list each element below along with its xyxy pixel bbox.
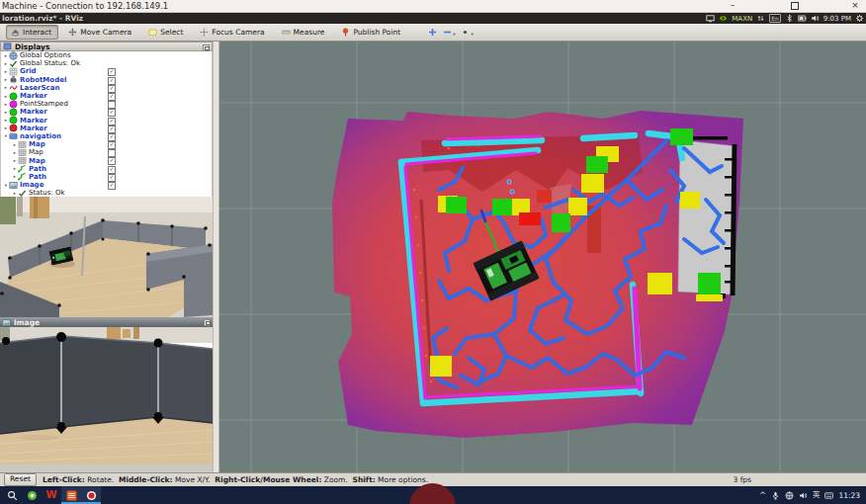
close-icon[interactable]: × <box>848 0 862 12</box>
3d-viewport[interactable] <box>219 42 866 472</box>
search-icon[interactable] <box>2 486 22 504</box>
wps-icon[interactable]: W <box>42 486 61 504</box>
frontier-marker-green <box>586 156 608 173</box>
frontier-marker-red <box>519 212 541 225</box>
display-item-navigation[interactable]: ▾navigation✓ <box>1 132 212 140</box>
display-item-global-status-ok[interactable]: ▸Global Status: Ok <box>1 59 212 67</box>
display-item-path[interactable]: ▸Path✓ <box>1 165 212 173</box>
speaker-white-icon[interactable] <box>799 491 808 500</box>
frontier-marker-green <box>698 273 721 294</box>
maximize-icon[interactable] <box>788 0 802 12</box>
display-item-path[interactable]: ▸Path✓ <box>1 173 212 181</box>
tool-properties-button[interactable]: ▾ <box>459 27 475 38</box>
tool-select[interactable]: Select <box>143 25 190 40</box>
panel-clock[interactable]: 9:03 PM <box>823 15 851 23</box>
reset-button[interactable]: Reset <box>4 473 37 486</box>
green-app-icon[interactable] <box>22 486 42 504</box>
rviz-toolbar: InteractMove CameraSelectFocus CameraMea… <box>0 24 866 42</box>
focus-camera-icon <box>200 28 209 37</box>
fps-counter: 3 fps <box>734 475 751 484</box>
displays-tree: ▸Global Options▸Global Status: Ok▸Grid✓▸… <box>0 51 213 197</box>
remove-tool-button[interactable]: ▾ <box>441 27 457 38</box>
image-panel-title: Image <box>14 318 40 327</box>
tool-measure[interactable]: Measure <box>277 25 332 40</box>
panel-bottom-strip <box>0 464 213 472</box>
file-grid-icon[interactable] <box>61 486 81 504</box>
image-panel-header[interactable]: Image <box>0 317 213 327</box>
left-panel: Displays ▸Global Options▸Global Status: … <box>0 42 213 472</box>
display-item-marker[interactable]: ▸Marker✓ <box>1 108 212 116</box>
publish-point-icon <box>341 28 350 37</box>
taskbar-clock[interactable]: 11:23 <box>838 491 860 500</box>
speaker-icon[interactable] <box>811 14 820 23</box>
keyboard-icon[interactable] <box>824 491 833 500</box>
mouse-help-text: Left-Click: Rotate. Middle-Click: Move X… <box>43 475 428 484</box>
select-box-icon <box>148 28 157 37</box>
frontier-marker-yellow <box>696 294 723 301</box>
record-icon[interactable] <box>81 486 101 504</box>
remote-window-titlebar: Machine - Connection to 192.168.149.1 – … <box>0 0 866 13</box>
frontier-marker-yellow <box>680 192 700 209</box>
interact-hand-icon <box>11 28 20 37</box>
frontier-marker-yellow <box>648 273 672 294</box>
display-item-laserscan[interactable]: ▸LaserScan✓ <box>1 84 212 92</box>
display-item-map[interactable]: ▸Map✓ <box>1 156 212 164</box>
panel-detach-button[interactable] <box>204 319 211 326</box>
add-tool-button[interactable] <box>426 27 439 38</box>
frontier-marker-yellow <box>568 198 587 215</box>
frontier-marker-green <box>446 197 467 213</box>
chevron-up-icon[interactable]: ^ <box>759 491 766 500</box>
display-item-marker[interactable]: ▸Marker✓ <box>1 117 212 125</box>
input-method-badge[interactable]: En <box>769 14 781 23</box>
taskbar-tray: ^ 英 11:23 <box>759 486 866 504</box>
battery-icon[interactable] <box>798 14 807 23</box>
plus-icon <box>428 28 437 37</box>
display-item-pointstamped[interactable]: ▸PointStamped <box>1 100 212 108</box>
system-tray: MAXN En 9:03 PM <box>706 13 864 24</box>
panel-splitter[interactable] <box>213 42 219 472</box>
minus-icon <box>443 28 452 37</box>
display-item-map[interactable]: ▸Map✓ <box>1 140 212 148</box>
image-panel-icon <box>2 318 11 327</box>
displays-panel-header[interactable]: Displays <box>0 42 213 51</box>
gpu-mode-label: MAXN <box>732 15 752 23</box>
tool-interact[interactable]: Interact <box>6 25 58 40</box>
frontier-marker-yellow <box>430 356 452 377</box>
display-item-marker[interactable]: ▸Marker✓ <box>1 92 212 100</box>
ubuntu-top-panel: loration.rviz* - RViz MAXN En 9:03 PM <box>0 13 866 24</box>
display-item-grid[interactable]: ▸Grid✓ <box>1 67 212 75</box>
network-arrows-icon[interactable] <box>756 14 765 23</box>
display-item-marker[interactable]: ▸Marker✓ <box>1 125 212 132</box>
display-item-robotmodel[interactable]: ▸RobotModel✓ <box>1 76 212 84</box>
ime-indicator[interactable]: 英 <box>813 490 821 500</box>
nvidia-icon[interactable] <box>719 14 728 23</box>
gear-icon[interactable] <box>855 14 864 23</box>
display-item-image[interactable]: ▾Image✓ <box>1 181 212 189</box>
frontier-marker-green <box>492 199 512 215</box>
robot-camera-view <box>0 327 213 464</box>
display-item-status-ok[interactable]: ▸Status: Ok <box>1 189 212 197</box>
display-item-map[interactable]: ▸Map <box>1 148 212 156</box>
tool-publish-point[interactable]: Publish Point <box>336 25 407 40</box>
displays-panel-icon <box>3 42 12 51</box>
displays-panel-title: Displays <box>15 42 49 51</box>
frontier-marker-green <box>552 213 570 232</box>
tool-focus-camera[interactable]: Focus Camera <box>195 25 271 40</box>
dot-icon <box>461 28 470 37</box>
tool-move-camera[interactable]: Move Camera <box>63 25 138 40</box>
panel-detach-button[interactable] <box>203 44 210 51</box>
mic-icon[interactable] <box>771 491 780 500</box>
performance-monitor-icon[interactable] <box>706 15 715 23</box>
frontier-marker-yellow <box>581 174 604 193</box>
rviz-window-title: loration.rviz* - RViz <box>2 14 83 23</box>
check-icon <box>18 189 27 197</box>
bluetooth-icon[interactable] <box>785 14 794 23</box>
measure-icon <box>282 28 291 37</box>
display-item-global-options[interactable]: ▸Global Options <box>1 51 212 59</box>
screen: Machine - Connection to 192.168.149.1 – … <box>0 0 866 504</box>
frontier-marker-green <box>670 128 693 145</box>
remote-window-title: Machine - Connection to 192.168.149.1 <box>2 1 168 11</box>
move-camera-icon <box>68 28 77 37</box>
minimize-icon[interactable]: – <box>726 0 739 12</box>
globe-net-icon[interactable] <box>785 491 794 500</box>
